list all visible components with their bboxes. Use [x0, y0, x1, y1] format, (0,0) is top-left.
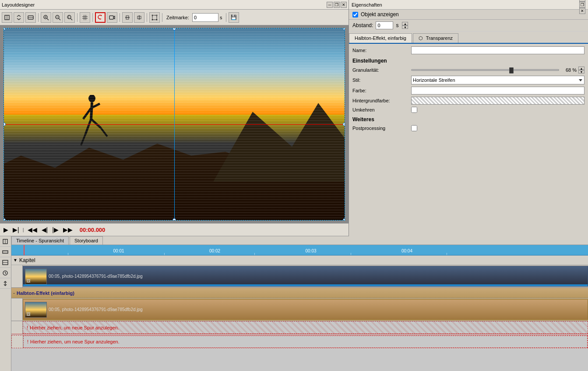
toolbar-btn-3[interactable]	[25, 12, 36, 23]
toolbar-btn-align1[interactable]	[122, 12, 133, 23]
restore-button[interactable]: ❐	[334, 2, 340, 8]
tl-tool-5[interactable]	[0, 278, 11, 289]
toolbar-btn-grid[interactable]	[80, 12, 90, 23]
track-1-thumbnail: 🖼	[25, 269, 47, 284]
drop-zone-2-icon: !	[27, 339, 28, 344]
granularitaet-slider-track[interactable]	[411, 69, 559, 71]
tab-transparenz[interactable]: ⬡ Transparenz	[413, 33, 458, 43]
effect-track-header	[11, 298, 23, 321]
name-input[interactable]	[411, 46, 584, 54]
toolbar-sep-7	[226, 13, 226, 22]
abstand-row: Abstand: s ▲ ▼	[349, 20, 588, 32]
toolbar-btn-save[interactable]: 💾	[229, 12, 239, 23]
timeline-tracks: ▼ Kapitel 🖼	[11, 256, 588, 371]
timeline-content: 00:01 00:02 00:03 00:04	[11, 245, 588, 371]
transport-bar: ▶ ▶| | ◀◀ ◀| |▶ ▶▶ 00:00.000	[0, 223, 349, 236]
toolbar-sep-5	[147, 13, 147, 22]
next-frame-button[interactable]: |▶	[51, 226, 60, 233]
svg-line-9	[59, 18, 60, 20]
playhead[interactable]	[24, 245, 25, 255]
toolbar-btn-transform[interactable]	[149, 12, 160, 23]
toolbar-btn-zoom-in[interactable]	[41, 12, 51, 23]
handle-tr[interactable]	[343, 28, 345, 30]
canvas-area	[0, 25, 349, 223]
toolbar-sep-6	[162, 13, 162, 22]
drop-zone-2-header	[12, 336, 23, 348]
zeitmarke-input[interactable]	[192, 13, 218, 22]
svg-point-11	[67, 15, 71, 19]
abstand-label: Abstand:	[352, 22, 373, 28]
designer-toolbar: Zeitmarke: s 💾	[0, 10, 349, 25]
hintergrundfarbe-row: Hintergrundfarbe:	[352, 97, 584, 105]
toolbar-btn-zoom-fit[interactable]	[64, 12, 75, 23]
close-button[interactable]: ✕	[341, 2, 347, 8]
fast-forward-button[interactable]: ▶▶	[62, 226, 74, 233]
effect-minus-button[interactable]: -	[13, 290, 15, 296]
abstand-unit: s	[396, 22, 398, 28]
objekt-anzeigen-checkbox[interactable]	[352, 12, 358, 18]
drop-zone-2-label: Hierher ziehen, um neue Spur anzulegen.	[30, 339, 120, 344]
effect-track-clip[interactable]: 🖼 00:05, photo-1428954376791-d9ae785dfb2…	[23, 299, 588, 320]
toolbar-btn-1[interactable]	[2, 12, 12, 23]
handle-bl[interactable]	[4, 218, 6, 220]
drop-zone-1-content[interactable]: ! Hierher ziehen, um neue Spur anzulegen…	[23, 321, 588, 334]
toolbar-btn-zoom-out[interactable]	[53, 12, 63, 23]
name-label: Name:	[352, 48, 409, 53]
toolbar-btn-video[interactable]	[107, 12, 117, 23]
postprocessing-checkbox[interactable]	[411, 125, 417, 131]
timeline-tab-spuransicht[interactable]: Timeline - Spuransicht	[11, 236, 69, 245]
svg-point-24	[152, 14, 153, 16]
play-end-button[interactable]: ▶|	[12, 226, 20, 233]
toolbar-btn-rotate[interactable]	[95, 12, 106, 23]
props-restore-button[interactable]: ❐	[579, 2, 585, 8]
track-1-selection-bar	[23, 284, 588, 286]
abstand-input[interactable]	[376, 21, 393, 29]
farbe-swatch[interactable]	[411, 87, 584, 94]
einstellungen-heading: Einstellungen	[352, 58, 584, 64]
effect-track-info: 00:05, photo-1428954376791-d9ae785dfb2d.…	[49, 307, 586, 312]
abstand-spin-down[interactable]: ▼	[402, 25, 408, 29]
granularitaet-spin-down[interactable]: ▼	[578, 70, 584, 74]
handle-bc[interactable]	[173, 218, 176, 220]
handle-mr[interactable]	[343, 122, 345, 126]
rewind-button[interactable]: ◀◀	[27, 226, 38, 233]
granularitaet-slider-thumb[interactable]	[509, 67, 514, 74]
tl-tool-4[interactable]	[0, 268, 11, 278]
drop-zone-2-content[interactable]: ! Hierher ziehen, um neue Spur anzulegen…	[23, 336, 588, 348]
objekt-anzeigen-label: Objekt anzeigen	[361, 11, 399, 18]
designer-win-controls: ─ ❐ ✕	[327, 2, 347, 8]
minimize-button[interactable]: ─	[327, 2, 333, 8]
play-button[interactable]: ▶	[3, 226, 9, 233]
ruler-mark-4: 00:04	[401, 248, 412, 253]
drop-zone-1-label: Hierher ziehen, um neue Spur anzulegen.	[30, 325, 119, 330]
effect-row-header: - Halbton-Effekt (einfarbig)	[11, 288, 588, 298]
drop-zone-1-row: ! Hierher ziehen, um neue Spur anzulegen…	[11, 321, 588, 334]
properties-tab-bar: Halbton-Effekt, einfarbig ⬡ Transparenz	[349, 33, 588, 44]
hintergrundfarbe-label: Hintergrundfarbe:	[352, 98, 409, 103]
ruler-mark-3: 00:03	[306, 248, 317, 253]
svg-rect-23	[152, 15, 157, 20]
svg-line-44	[5, 273, 6, 274]
tl-tool-3[interactable]	[0, 257, 11, 268]
handle-br[interactable]	[343, 218, 345, 220]
timeline-main: Timeline - Spuransicht Storyboard 00:01 …	[11, 236, 588, 371]
stil-select[interactable]: Horizontale Streifen	[411, 76, 584, 84]
timeline-tab-storyboard[interactable]: Storyboard	[70, 236, 103, 245]
toolbar-btn-align2[interactable]	[134, 12, 144, 23]
track-1-clip[interactable]: 🖼 00:05, photo-1428954376791-d9ae785dfb2…	[23, 266, 588, 287]
tab-halftone[interactable]: Halbton-Effekt, einfarbig	[349, 33, 412, 43]
hintergrundfarbe-swatch[interactable]	[411, 97, 584, 105]
toolbar-btn-2[interactable]	[14, 12, 24, 23]
kapitel-expand-icon[interactable]: ▼	[13, 258, 18, 262]
umkehren-row: Umkehren	[352, 107, 584, 113]
tl-tool-2[interactable]	[0, 247, 11, 257]
weiteres-heading: Weiteres	[352, 116, 584, 122]
track-1-content: 🖼 00:05, photo-1428954376791-d9ae785dfb2…	[23, 265, 588, 287]
granularitaet-spin-up[interactable]: ▲	[578, 66, 584, 70]
prev-frame-button[interactable]: ◀|	[41, 226, 49, 233]
stil-label: Stil:	[352, 77, 409, 83]
abstand-spin-up[interactable]: ▲	[402, 22, 408, 25]
tl-tool-1[interactable]	[0, 236, 11, 247]
umkehren-checkbox[interactable]	[411, 107, 417, 113]
granularitaet-value: 68 %	[561, 67, 577, 73]
